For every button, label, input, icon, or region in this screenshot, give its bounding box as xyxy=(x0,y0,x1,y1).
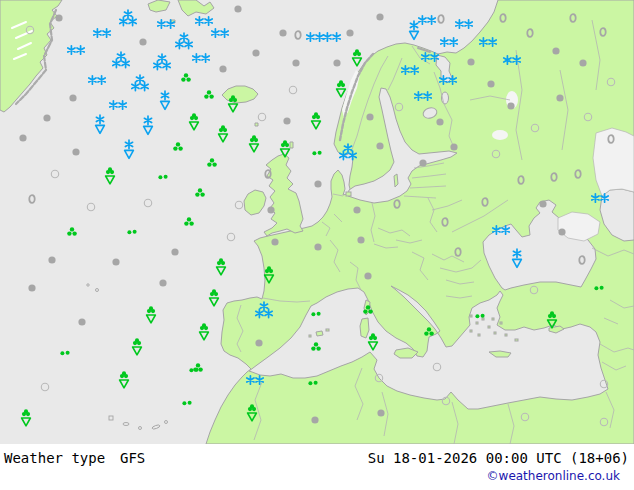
wx-symbol-cloud xyxy=(487,80,494,87)
wx-symbol-cloud xyxy=(364,272,371,279)
weather-map xyxy=(0,0,634,444)
wx-symbol-cloud xyxy=(159,279,166,286)
wx-symbol-cloud xyxy=(579,59,586,66)
copyright-link[interactable]: ©weatheronline.co.uk xyxy=(487,469,620,483)
wx-symbol-cloud xyxy=(507,102,514,109)
ibiza xyxy=(309,335,311,337)
wx-symbol-cloud xyxy=(292,59,299,66)
wx-symbol-cloud xyxy=(357,236,364,243)
wx-symbol-cloud xyxy=(311,416,318,423)
rhodes xyxy=(515,339,518,341)
wx-symbol-cloud xyxy=(558,228,565,235)
wx-symbol-cloud xyxy=(353,206,360,213)
wx-symbol-cloud xyxy=(72,148,79,155)
wx-symbol-cloud xyxy=(366,113,373,120)
map-footer: Weather type GFS Su 18-01-2026 00:00 UTC… xyxy=(0,444,634,490)
wx-symbol-cloud xyxy=(552,47,559,54)
wx-symbol-cloud xyxy=(279,29,286,36)
wx-symbol-cloud xyxy=(377,409,384,416)
shetland xyxy=(290,142,293,148)
weather-map-page: Weather type GFS Su 18-01-2026 00:00 UTC… xyxy=(0,0,634,490)
wx-symbol-cloud xyxy=(234,5,241,12)
gotland xyxy=(394,174,398,187)
wx-symbol-cloud xyxy=(467,58,474,65)
map-area xyxy=(0,0,634,444)
sardinia xyxy=(360,318,369,338)
wx-symbol-cloud xyxy=(314,243,321,250)
wx-symbol-cloud xyxy=(271,238,278,245)
wx-symbol-cloud xyxy=(48,256,55,263)
wx-symbol-cloud xyxy=(450,143,457,150)
wx-symbol-cloud xyxy=(43,114,50,121)
valid-datetime: Su 18-01-2026 00:00 UTC (18+06) xyxy=(368,450,629,466)
wx-symbol-cloud xyxy=(19,134,26,141)
model-name: GFS xyxy=(120,450,145,466)
wx-symbol-cloud xyxy=(252,49,259,56)
wx-symbol-cloud xyxy=(171,248,178,255)
wx-symbol-cloud xyxy=(112,258,119,265)
wx-symbol-cloud xyxy=(283,117,290,124)
faroe xyxy=(255,123,258,126)
wx-symbol-cloud xyxy=(556,94,563,101)
menorca xyxy=(326,329,329,331)
wx-symbol-cloud xyxy=(376,142,383,149)
wx-symbol-cloud xyxy=(539,200,546,207)
wx-symbol-cloud xyxy=(139,38,146,45)
wx-symbol-cloud xyxy=(28,284,35,291)
wx-symbol-cloud xyxy=(69,94,76,101)
russia-ice-2 xyxy=(492,130,508,140)
wx-symbol-cloud xyxy=(267,206,274,213)
mallorca xyxy=(316,331,323,336)
wx-symbol-cloud xyxy=(78,318,85,325)
zealand xyxy=(346,192,351,196)
wx-symbol-cloud xyxy=(419,159,426,166)
wx-symbol-cloud xyxy=(55,14,62,21)
wx-symbol-cloud xyxy=(346,29,353,36)
wx-symbol-cloud xyxy=(376,13,383,20)
map-type-label: Weather type xyxy=(4,450,105,466)
wx-symbol-cloud xyxy=(255,339,262,346)
wx-symbol-cloud xyxy=(436,118,443,125)
wx-symbol-cloud xyxy=(314,180,321,187)
wx-symbol-cloud xyxy=(333,59,340,66)
wx-symbol-cloud xyxy=(219,65,226,72)
